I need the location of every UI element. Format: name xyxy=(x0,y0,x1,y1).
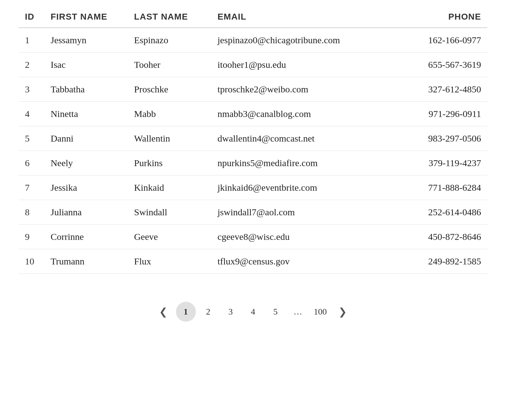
cell-phone: 655-567-3619 xyxy=(404,53,487,77)
cell-id: 3 xyxy=(19,77,44,102)
cell-email: jswindall7@aol.com xyxy=(211,200,404,225)
cell-email: cgeeve8@wisc.edu xyxy=(211,225,404,249)
cell-email: jespinazo0@chicagotribune.com xyxy=(211,28,404,53)
page-3-button[interactable]: 3 xyxy=(221,302,241,322)
cell-email: tflux9@census.gov xyxy=(211,249,404,274)
cell-email: nmabb3@canalblog.com xyxy=(211,102,404,126)
table-row: 1JessamynEspinazojespinazo0@chicagotribu… xyxy=(19,28,487,53)
cell-firstname: Jessamyn xyxy=(44,28,128,53)
cell-lastname: Espinazo xyxy=(128,28,211,53)
page-5-button[interactable]: 5 xyxy=(266,302,286,322)
cell-id: 5 xyxy=(19,126,44,151)
cell-firstname: Corrinne xyxy=(44,225,128,249)
cell-firstname: Neely xyxy=(44,151,128,175)
cell-firstname: Tabbatha xyxy=(44,77,128,102)
cell-phone: 971-296-0911 xyxy=(404,102,487,126)
cell-firstname: Julianna xyxy=(44,200,128,225)
table-row: 4NinettaMabbnmabb3@canalblog.com971-296-… xyxy=(19,102,487,126)
table-row: 6NeelyPurkinsnpurkins5@mediafire.com379-… xyxy=(19,151,487,175)
cell-lastname: Tooher xyxy=(128,53,211,77)
cell-email: jkinkaid6@eventbrite.com xyxy=(211,175,404,200)
page-1-button[interactable]: 1 xyxy=(176,302,196,322)
cell-phone: 327-612-4850 xyxy=(404,77,487,102)
cell-phone: 252-614-0486 xyxy=(404,200,487,225)
table-row: 2IsacTooheritooher1@psu.edu655-567-3619 xyxy=(19,53,487,77)
cell-id: 4 xyxy=(19,102,44,126)
cell-lastname: Wallentin xyxy=(128,126,211,151)
table-row: 5DanniWallentindwallentin4@comcast.net98… xyxy=(19,126,487,151)
cell-id: 8 xyxy=(19,200,44,225)
data-table: ID FIRST NAME LAST NAME EMAIL PHONE 1Jes… xyxy=(19,6,487,274)
col-header-email: EMAIL xyxy=(211,6,404,28)
cell-id: 9 xyxy=(19,225,44,249)
table-row: 9CorrinneGeevecgeeve8@wisc.edu450-872-86… xyxy=(19,225,487,249)
cell-id: 10 xyxy=(19,249,44,274)
cell-lastname: Swindall xyxy=(128,200,211,225)
cell-email: npurkins5@mediafire.com xyxy=(211,151,404,175)
cell-email: itooher1@psu.edu xyxy=(211,53,404,77)
prev-page-button[interactable]: ❮ xyxy=(154,302,173,322)
cell-phone: 771-888-6284 xyxy=(404,175,487,200)
pagination: ❮ 1 2 3 4 5 … 100 ❯ xyxy=(0,286,506,334)
cell-firstname: Ninetta xyxy=(44,102,128,126)
cell-firstname: Isac xyxy=(44,53,128,77)
table-row: 8JuliannaSwindalljswindall7@aol.com252-6… xyxy=(19,200,487,225)
cell-phone: 249-892-1585 xyxy=(404,249,487,274)
cell-email: tproschke2@weibo.com xyxy=(211,77,404,102)
cell-email: dwallentin4@comcast.net xyxy=(211,126,404,151)
cell-phone: 450-872-8646 xyxy=(404,225,487,249)
col-header-phone: PHONE xyxy=(404,6,487,28)
table-row: 10TrumannFluxtflux9@census.gov249-892-15… xyxy=(19,249,487,274)
cell-lastname: Geeve xyxy=(128,225,211,249)
page-100-button[interactable]: 100 xyxy=(310,302,330,322)
table-row: 3TabbathaProschketproschke2@weibo.com327… xyxy=(19,77,487,102)
cell-firstname: Jessika xyxy=(44,175,128,200)
cell-id: 2 xyxy=(19,53,44,77)
cell-firstname: Trumann xyxy=(44,249,128,274)
col-header-firstname: FIRST NAME xyxy=(44,6,128,28)
cell-lastname: Proschke xyxy=(128,77,211,102)
cell-lastname: Flux xyxy=(128,249,211,274)
cell-id: 7 xyxy=(19,175,44,200)
next-page-button[interactable]: ❯ xyxy=(333,302,353,322)
cell-lastname: Kinkaid xyxy=(128,175,211,200)
cell-id: 6 xyxy=(19,151,44,175)
page-2-button[interactable]: 2 xyxy=(198,302,218,322)
cell-lastname: Purkins xyxy=(128,151,211,175)
col-header-id: ID xyxy=(19,6,44,28)
page-4-button[interactable]: 4 xyxy=(243,302,263,322)
cell-firstname: Danni xyxy=(44,126,128,151)
table-header-row: ID FIRST NAME LAST NAME EMAIL PHONE xyxy=(19,6,487,28)
cell-phone: 983-297-0506 xyxy=(404,126,487,151)
pagination-ellipsis: … xyxy=(288,302,308,322)
cell-phone: 162-166-0977 xyxy=(404,28,487,53)
cell-phone: 379-119-4237 xyxy=(404,151,487,175)
col-header-lastname: LAST NAME xyxy=(128,6,211,28)
table-container: ID FIRST NAME LAST NAME EMAIL PHONE 1Jes… xyxy=(0,0,506,286)
table-row: 7JessikaKinkaidjkinkaid6@eventbrite.com7… xyxy=(19,175,487,200)
cell-lastname: Mabb xyxy=(128,102,211,126)
cell-id: 1 xyxy=(19,28,44,53)
